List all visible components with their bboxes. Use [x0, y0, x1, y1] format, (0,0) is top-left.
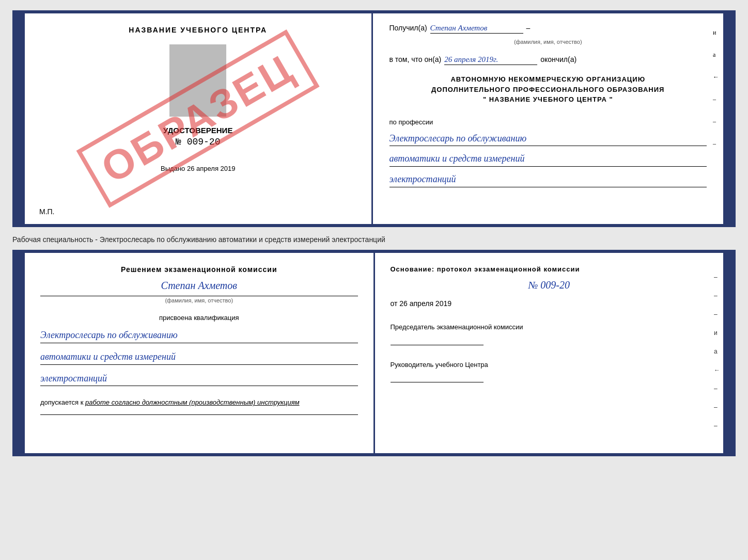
bottom-certificate-book: Решением экзаменационной комиссии Степан…	[12, 250, 736, 456]
cert-right-panel: Получил(а) Степан Ахметов – (фамилия, им…	[373, 13, 724, 224]
bmark-d6: –	[714, 422, 720, 429]
in-that-date: 26 апреля 2019г.	[444, 55, 537, 65]
director-label: Руководитель учебного Центра	[391, 360, 708, 370]
allows-label: допускается к	[40, 398, 83, 406]
middle-text-content: Рабочая специальность - Электрослесарь п…	[12, 235, 385, 244]
mark-i: и	[713, 29, 719, 37]
allows-value: работе согласно должностным (производств…	[85, 398, 300, 406]
qual-value1: Электрослесарь по обслуживанию	[40, 328, 358, 343]
cert-photo	[169, 44, 226, 117]
bottom-fio-label: (фамилия, имя, отчество)	[40, 296, 358, 303]
allows-block: допускается к работе согласно должностны…	[40, 398, 358, 406]
in-that-line: в том, что он(а) 26 апреля 2019г. окончи…	[389, 55, 707, 65]
right-edge-marks: и а ← – – –	[713, 29, 719, 148]
received-name: Степан Ахметов	[430, 24, 523, 34]
cert-type: УДОСТОВЕРЕНИЕ	[163, 126, 232, 135]
mark-dash2: –	[713, 118, 719, 125]
bottom-right-panel: Основание: протокол экзаменационной коми…	[375, 253, 724, 453]
bottom-left-spine	[15, 253, 25, 453]
director-signature-line	[391, 382, 484, 382]
bottom-right-spine	[723, 253, 733, 453]
prof-value1: Электрослесарь по обслуживанию	[389, 131, 707, 147]
fio-label: (фамилия, имя, отчество)	[389, 39, 707, 45]
bmark-d1: –	[714, 274, 720, 281]
bmark-d4: –	[714, 385, 720, 392]
chairman-block: Председатель экзаменационной комиссии	[391, 322, 708, 345]
basis-number: № 009-20	[391, 279, 708, 291]
signature-line-left	[40, 414, 358, 415]
prof-value3: электростанций	[389, 172, 707, 187]
director-block: Руководитель учебного Центра	[391, 360, 708, 383]
mark-dash3: –	[713, 140, 719, 148]
bmark-d2: –	[714, 292, 720, 299]
prof-value2: автоматики и средств измерений	[389, 151, 707, 167]
org-block: АВТОНОМНУЮ НЕКОММЕРЧЕСКУЮ ОРГАНИЗАЦИЮ ДО…	[389, 74, 707, 105]
mark-a: а	[713, 51, 719, 59]
bmark-i: и	[714, 329, 720, 337]
bottom-heading: Решением экзаменационной комиссии	[40, 265, 358, 274]
basis-label: Основание: протокол экзаменационной коми…	[391, 265, 708, 273]
org-line1: АВТОНОМНУЮ НЕКОММЕРЧЕСКУЮ ОРГАНИЗАЦИЮ	[389, 74, 707, 85]
mark-dash1: –	[713, 95, 719, 103]
org-line2: ДОПОЛНИТЕЛЬНОГО ПРОФЕССИОНАЛЬНОГО ОБРАЗО…	[389, 85, 707, 95]
middle-text-block: Рабочая специальность - Электрослесарь п…	[12, 232, 736, 245]
chairman-label: Председатель экзаменационной комиссии	[391, 322, 708, 332]
bmark-d3: –	[714, 311, 720, 318]
basis-date: от 26 апреля 2019	[391, 299, 708, 308]
page-wrapper: НАЗВАНИЕ УЧЕБНОГО ЦЕНТРА УДОСТОВЕРЕНИЕ №…	[12, 10, 736, 456]
cert-school-title: НАЗВАНИЕ УЧЕБНОГО ЦЕНТРА	[129, 26, 267, 34]
bottom-name: Степан Ахметов	[40, 280, 358, 292]
bmark-arr: ←	[714, 366, 720, 374]
qual-value2: автоматики и средств измерений	[40, 349, 358, 365]
cert-left-panel: НАЗВАНИЕ УЧЕБНОГО ЦЕНТРА УДОСТОВЕРЕНИЕ №…	[25, 13, 373, 224]
cert-mp: М.П.	[39, 207, 55, 216]
finished-label: окончил(а)	[540, 55, 576, 63]
chairman-signature-line	[391, 345, 484, 345]
cert-issued: Выдано 26 апреля 2019	[161, 165, 235, 172]
org-line3: " НАЗВАНИЕ УЧЕБНОГО ЦЕНТРА "	[389, 94, 707, 105]
left-spine	[15, 13, 25, 224]
mark-arrow: ←	[713, 73, 719, 81]
prof-label: по профессии	[389, 118, 707, 126]
bottom-left-panel: Решением экзаменационной комиссии Степан…	[25, 253, 375, 453]
dash-after-name: –	[526, 24, 531, 32]
right-spine	[723, 13, 733, 224]
top-certificate-book: НАЗВАНИЕ УЧЕБНОГО ЦЕНТРА УДОСТОВЕРЕНИЕ №…	[12, 10, 736, 227]
bmark-a: а	[714, 348, 720, 355]
qual-value3: электростанций	[40, 371, 358, 387]
cert-number: № 009-20	[176, 137, 220, 147]
cert-issued-date: 26 апреля 2019	[187, 165, 236, 172]
assigned-label: присвоена квалификация	[40, 314, 358, 322]
received-line: Получил(а) Степан Ахметов –	[389, 24, 707, 34]
received-label: Получил(а)	[389, 24, 427, 32]
bmark-d5: –	[714, 404, 720, 411]
bottom-right-edge-marks: – – – и а ← – – –	[714, 274, 720, 429]
cert-issued-label: Выдано	[161, 165, 185, 172]
in-that-label: в том, что он(а)	[389, 55, 442, 63]
